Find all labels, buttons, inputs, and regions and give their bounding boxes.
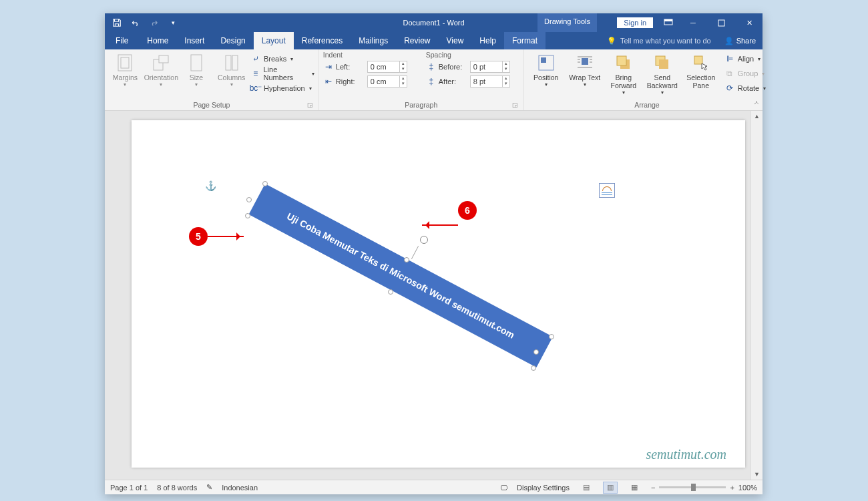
maximize-button[interactable]: [708, 13, 734, 32]
resize-handle[interactable]: [404, 257, 409, 263]
close-button[interactable]: ✕: [736, 13, 763, 32]
rotate-icon: ⟳: [724, 83, 735, 94]
display-settings-icon[interactable]: 🖵: [500, 484, 507, 492]
redo-icon[interactable]: [146, 15, 162, 31]
tab-home[interactable]: Home: [139, 32, 176, 49]
tab-mailings[interactable]: Mailings: [351, 32, 396, 49]
spacing-before-input[interactable]: 0 pt▲▼: [470, 61, 510, 73]
page-count[interactable]: Page 1 of 1: [110, 484, 148, 492]
ribbon-tabs: File Home Insert Design Layout Reference…: [105, 32, 763, 49]
indent-left-input[interactable]: 0 cm▲▼: [367, 61, 407, 73]
rotate-handle[interactable]: [420, 236, 428, 244]
print-layout-icon[interactable]: ▥: [603, 482, 618, 494]
tab-design[interactable]: Design: [212, 32, 253, 49]
tab-references[interactable]: References: [294, 32, 351, 49]
breaks-button[interactable]: ⤶Breaks▾: [250, 52, 314, 65]
spacing-header: Spacing: [426, 51, 519, 60]
dialog-launcher-icon[interactable]: ◲: [307, 102, 313, 108]
indent-left-icon: ⇥: [323, 61, 334, 72]
group-label-paragraph: Paragraph: [405, 101, 437, 109]
svg-rect-11: [541, 57, 546, 63]
orientation-button[interactable]: Orientation▾: [144, 51, 178, 88]
status-bar: Page 1 of 1 8 of 8 words ✎ Indonesian 🖵 …: [105, 480, 763, 494]
position-button[interactable]: Position▾: [528, 51, 564, 88]
read-mode-icon[interactable]: ▤: [579, 482, 594, 494]
ribbon-display-icon[interactable]: [658, 13, 678, 32]
send-backward-button[interactable]: Send Backward▾: [644, 51, 680, 96]
contextual-tab-drawing: Drawing Tools: [537, 13, 597, 32]
zoom-level[interactable]: 100%: [738, 484, 757, 492]
resize-handle[interactable]: [388, 289, 393, 295]
save-icon[interactable]: [109, 15, 125, 31]
qat-customize-icon[interactable]: ▾: [165, 15, 181, 31]
tab-help[interactable]: Help: [471, 32, 504, 49]
svg-rect-4: [121, 57, 129, 68]
tab-file[interactable]: File: [105, 32, 139, 49]
resize-handle[interactable]: [533, 349, 539, 355]
zoom-out-icon[interactable]: −: [651, 484, 655, 492]
scroll-down-icon[interactable]: ▼: [751, 469, 763, 480]
rotate-button[interactable]: ⟳Rotate▾: [724, 81, 766, 95]
group-button[interactable]: ⧉Group▾: [724, 67, 766, 80]
minimize-button[interactable]: ─: [680, 13, 706, 32]
tab-review[interactable]: Review: [396, 32, 438, 49]
signin-button[interactable]: Sign in: [617, 17, 653, 28]
tab-insert[interactable]: Insert: [176, 32, 212, 49]
tab-format[interactable]: Format: [504, 32, 546, 49]
vertical-scrollbar[interactable]: ▲ ▼: [750, 111, 763, 480]
tab-view[interactable]: View: [439, 32, 472, 49]
svg-rect-2: [718, 20, 724, 26]
wrap-text-button[interactable]: Wrap Text▾: [567, 51, 603, 88]
proofing-icon[interactable]: ✎: [206, 483, 212, 492]
columns-button[interactable]: Columns▾: [215, 51, 248, 88]
line-numbers-icon: ≡: [250, 68, 261, 79]
resize-handle[interactable]: [549, 334, 554, 339]
dialog-launcher-icon[interactable]: ◲: [512, 102, 518, 108]
language[interactable]: Indonesian: [222, 484, 258, 492]
line-numbers-button[interactable]: ≡Line Numbers▾: [250, 67, 314, 80]
margins-button[interactable]: Margins▾: [109, 51, 142, 88]
spacing-after-icon: ‡: [426, 76, 437, 87]
share-label: Share: [736, 37, 756, 45]
web-layout-icon[interactable]: ▦: [627, 482, 642, 494]
collapse-ribbon-icon[interactable]: ㅅ: [753, 98, 760, 108]
group-icon: ⧉: [724, 68, 735, 79]
word-count[interactable]: 8 of 8 words: [157, 484, 197, 492]
resize-handle[interactable]: [531, 365, 536, 371]
watermark: semutimut.com: [646, 447, 726, 462]
bring-forward-button[interactable]: Bring Forward▾: [606, 51, 642, 96]
scroll-up-icon[interactable]: ▲: [751, 111, 763, 122]
group-arrange: Position▾ Wrap Text▾ Bring Forward▾ Send…: [524, 49, 770, 110]
breaks-icon: ⤶: [250, 53, 261, 64]
text-box-content[interactable]: Uji Coba Memutar Teks di Microsoft Word …: [249, 184, 553, 367]
spacing-after-input[interactable]: 8 pt▲▼: [470, 75, 510, 88]
resize-handle[interactable]: [245, 213, 250, 218]
text-box-shape[interactable]: Uji Coba Memutar Teks di Microsoft Word …: [252, 184, 579, 397]
share-icon: 👤: [724, 37, 734, 45]
zoom-control[interactable]: − + 100%: [651, 484, 757, 492]
annotation-5: 5: [189, 227, 244, 246]
share-button[interactable]: 👤Share: [718, 37, 763, 45]
resize-handle[interactable]: [246, 197, 252, 202]
svg-rect-9: [232, 55, 238, 70]
indent-right-icon: ⇤: [323, 76, 334, 87]
display-settings[interactable]: Display Settings: [517, 484, 570, 492]
group-label-arrange: Arrange: [634, 101, 659, 109]
tell-me-search[interactable]: 💡Tell me what you want to do: [600, 37, 718, 45]
resize-handle[interactable]: [262, 181, 268, 186]
selection-pane-button[interactable]: Selection Pane: [683, 51, 719, 90]
indent-right-input[interactable]: 0 cm▲▼: [367, 75, 407, 88]
page[interactable]: ⚓ Uji Coba Memutar Teks di Microsoft Wor…: [132, 120, 745, 468]
undo-icon[interactable]: [128, 15, 144, 31]
columns-icon: [215, 52, 248, 73]
tab-layout[interactable]: Layout: [254, 32, 294, 49]
size-button[interactable]: Size▾: [180, 51, 213, 88]
position-icon: [528, 52, 564, 73]
hyphenation-button[interactable]: bc⁻Hyphenation▾: [250, 81, 314, 95]
anchor-icon: ⚓: [205, 180, 216, 191]
zoom-in-icon[interactable]: +: [730, 484, 734, 492]
bring-forward-icon: [606, 52, 642, 73]
zoom-slider[interactable]: [659, 486, 726, 488]
align-button[interactable]: ⊫Align▾: [724, 52, 766, 65]
layout-options-icon[interactable]: [599, 183, 615, 198]
